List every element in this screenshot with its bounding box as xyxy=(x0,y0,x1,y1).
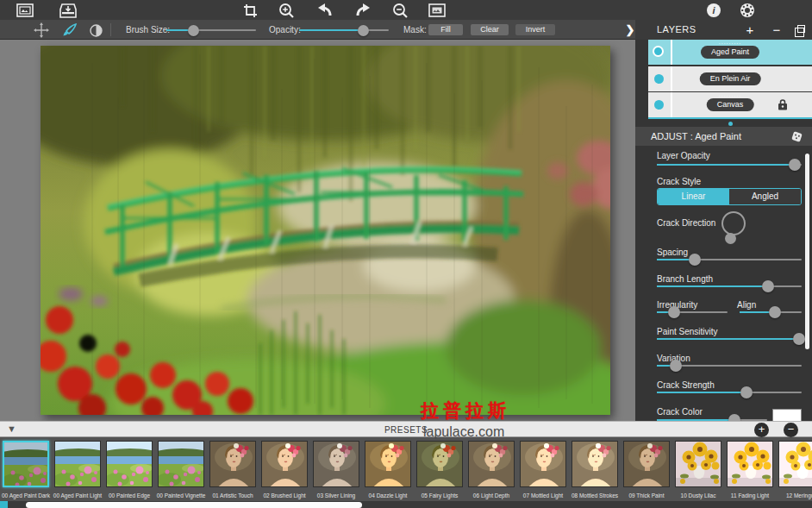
preset-item-10-dusty-lilac[interactable]: 10 Dusty Lilac xyxy=(675,441,721,487)
layer-row-en-plein-air[interactable]: .........En Plein Air xyxy=(648,66,812,91)
duplicate-layer-button[interactable] xyxy=(797,25,805,33)
layer-opacity-knob[interactable] xyxy=(789,159,801,171)
preset-item-08-mottled-strokes[interactable]: 08 Mottled Strokes xyxy=(572,441,618,487)
opacity-slider-knob[interactable] xyxy=(358,25,369,36)
preset-item-02-brushed-light[interactable]: 02 Brushed Light xyxy=(261,441,308,487)
layer-row-aged-paint[interactable]: .........Aged Paint xyxy=(648,40,812,65)
remove-layer-button[interactable]: − xyxy=(769,22,784,38)
open-image-icon[interactable] xyxy=(16,2,34,19)
preset-thumbnail[interactable] xyxy=(623,441,670,487)
layer-drag-handle[interactable]: ......... xyxy=(719,66,742,71)
preset-thumbnail[interactable] xyxy=(106,441,153,487)
preset-item-06-light-depth[interactable]: 06 Light Depth xyxy=(468,441,515,487)
undo-icon[interactable] xyxy=(316,2,334,19)
preset-thumbnail[interactable] xyxy=(468,441,515,487)
preset-thumbnail[interactable] xyxy=(3,441,49,487)
info-icon[interactable]: i xyxy=(705,2,722,19)
preset-item-00-painted-vignette[interactable]: 00 Painted Vignette xyxy=(158,441,204,487)
layer-row-canvas[interactable]: .........Canvas xyxy=(648,92,812,117)
preset-thumbnail[interactable] xyxy=(675,441,721,487)
canvas-image[interactable] xyxy=(41,46,610,415)
layer-opacity-slider[interactable] xyxy=(657,159,802,171)
layer-visibility-dot[interactable] xyxy=(653,46,664,57)
preset-label: 10 Dusty Lilac xyxy=(672,492,724,499)
variation-knob[interactable] xyxy=(670,360,682,372)
preset-item-11-fading-light[interactable]: 11 Fading Light xyxy=(727,441,773,487)
preset-thumbnail[interactable] xyxy=(209,441,256,487)
preset-item-07-mottled-light[interactable]: 07 Mottled Light xyxy=(520,441,566,487)
zoom-presets-in-button[interactable]: + xyxy=(754,423,769,437)
variation-slider[interactable] xyxy=(657,360,802,372)
branch-length-slider[interactable] xyxy=(657,280,802,292)
preset-item-09-thick-paint[interactable]: 09 Thick Paint xyxy=(623,441,670,487)
toolbar-divider xyxy=(110,23,111,36)
layer-name-pill[interactable]: Canvas xyxy=(707,98,754,111)
toolbar-expand-chevron-icon[interactable]: ❯ xyxy=(624,21,636,39)
preset-item-00-aged-paint-light[interactable]: 00 Aged Paint Light xyxy=(54,441,101,487)
preset-thumbnail[interactable] xyxy=(54,441,101,487)
spacing-knob[interactable] xyxy=(689,254,701,266)
crop-icon[interactable] xyxy=(241,2,259,19)
move-tool-icon[interactable] xyxy=(33,22,50,39)
settings-icon[interactable] xyxy=(739,2,756,19)
adjust-scrollbar[interactable] xyxy=(805,154,809,349)
spacing-slider[interactable] xyxy=(657,254,802,266)
paint-sensitivity-knob[interactable] xyxy=(793,333,805,345)
preset-thumbnail[interactable] xyxy=(261,441,308,487)
preset-item-00-painted-edge[interactable]: 00 Painted Edge xyxy=(106,441,153,487)
redo-icon[interactable] xyxy=(354,2,372,19)
zoom-out-icon[interactable] xyxy=(391,2,409,19)
presets-scrollbar-thumb[interactable] xyxy=(26,502,362,508)
crack-strength-slider[interactable] xyxy=(657,386,802,398)
zoom-presets-out-button[interactable]: − xyxy=(784,423,798,437)
crack-direction-dial[interactable] xyxy=(721,211,746,235)
preset-thumbnail[interactable] xyxy=(365,441,411,487)
align-knob[interactable] xyxy=(769,306,781,318)
preset-item-04-dazzle-light[interactable]: 04 Dazzle Light xyxy=(365,441,411,487)
align-slider[interactable] xyxy=(740,306,802,318)
crack-direction-knob[interactable] xyxy=(725,233,736,244)
crack-style-linear-option[interactable]: Linear xyxy=(658,189,729,204)
brush-size-slider-knob[interactable] xyxy=(188,25,199,36)
paint-sensitivity-slider[interactable] xyxy=(657,333,802,345)
irregularity-slider[interactable] xyxy=(657,306,728,318)
layer-name-pill[interactable]: En Plein Air xyxy=(700,72,761,85)
presets-scrollbar-track[interactable] xyxy=(0,501,812,508)
preset-item-03-silver-lining[interactable]: 03 Silver Lining xyxy=(313,441,359,487)
preset-item-00-aged-paint-dark[interactable]: 00 Aged Paint Dark xyxy=(3,441,49,487)
mask-invert-button[interactable]: Invert xyxy=(515,24,555,35)
preset-thumbnail[interactable] xyxy=(520,441,566,487)
preset-item-12-meringue[interactable]: 12 Meringue xyxy=(778,441,812,487)
mask-fill-button[interactable]: Fill xyxy=(428,24,463,35)
irregularity-knob[interactable] xyxy=(668,306,680,318)
adjust-header: ADJUST : Aged Paint xyxy=(635,127,812,146)
image-preview-icon[interactable] xyxy=(428,2,446,19)
zoom-in-icon[interactable] xyxy=(278,2,295,19)
preset-thumbnail[interactable] xyxy=(416,441,463,487)
opacity-slider[interactable] xyxy=(299,24,389,36)
preset-thumbnail[interactable] xyxy=(572,441,618,487)
crack-style-angled-option[interactable]: Angled xyxy=(729,189,801,204)
layer-drag-handle[interactable]: ......... xyxy=(719,92,742,97)
brush-size-slider[interactable] xyxy=(166,24,256,36)
preset-thumbnail[interactable] xyxy=(313,441,359,487)
add-layer-button[interactable]: + xyxy=(742,22,758,38)
layer-visibility-dot[interactable] xyxy=(654,74,664,84)
preset-item-01-artistic-touch[interactable]: 01 Artistic Touch xyxy=(209,441,256,487)
eraser-tool-icon[interactable] xyxy=(87,22,104,39)
preset-thumbnail[interactable] xyxy=(778,441,812,487)
save-export-icon[interactable] xyxy=(59,2,77,19)
presets-bar: ▼ PRESETS + − xyxy=(0,421,812,437)
layer-name-pill[interactable]: Aged Paint xyxy=(701,46,759,59)
branch-length-knob[interactable] xyxy=(762,280,774,292)
preset-thumbnail[interactable] xyxy=(158,441,204,487)
preset-thumbnail[interactable] xyxy=(727,441,773,487)
preset-item-05-fairy-lights[interactable]: 05 Fairy Lights xyxy=(416,441,463,487)
layer-drag-handle[interactable]: ......... xyxy=(719,40,742,44)
crack-strength-knob[interactable] xyxy=(740,386,753,398)
page-indicator-dot xyxy=(728,122,733,126)
layer-visibility-dot[interactable] xyxy=(654,100,664,110)
brush-tool-icon[interactable] xyxy=(61,22,78,39)
mask-clear-button[interactable]: Clear xyxy=(471,24,509,35)
randomize-icon[interactable] xyxy=(790,130,803,147)
